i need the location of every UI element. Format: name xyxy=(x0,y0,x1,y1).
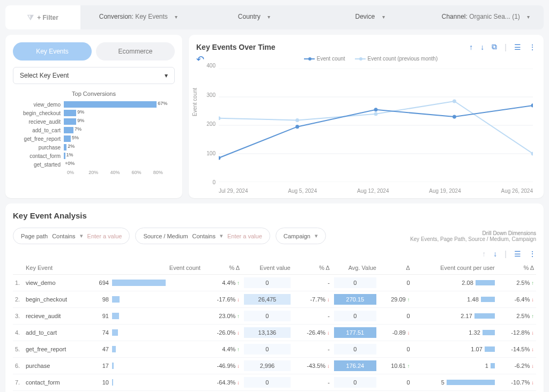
table-row[interactable]: 6.purchase17-46.9%2,996-43.5%176.2410.61… xyxy=(13,358,536,374)
col-header[interactable] xyxy=(13,261,24,275)
svg-point-14 xyxy=(531,103,533,107)
line-chart: Event count 0100200300400 Jul 29, 2024Au… xyxy=(196,65,536,194)
arrow-down-icon[interactable]: ↓ xyxy=(493,250,497,258)
col-header[interactable]: % Δ xyxy=(203,261,242,275)
more-icon[interactable]: ⋮ xyxy=(529,43,536,51)
top-conversions-chart: view_demo67%begin_checkout9%recieve_audi… xyxy=(13,101,175,168)
tab-ecommerce[interactable]: Ecommerce xyxy=(96,42,175,61)
svg-point-5 xyxy=(219,116,220,120)
key-event-analysis-card: Key Event Analysis Page path Contains▾ E… xyxy=(5,203,544,392)
bar-row: add_to_cart7% xyxy=(13,127,175,133)
filter-icon[interactable]: ☰ xyxy=(514,250,521,258)
analysis-filters: Page path Contains▾ Enter a value Source… xyxy=(13,228,536,244)
filter-bar: ⧩ + Filter Conversion: Key Events Countr… xyxy=(5,5,544,29)
svg-point-6 xyxy=(295,118,299,122)
col-header[interactable]: Event count xyxy=(90,261,203,275)
table-row[interactable]: 1.view_demo6944.4%0-002.082.5% xyxy=(13,275,536,291)
bar-row: contact_form1% xyxy=(13,153,175,159)
table-row[interactable]: 3.recieve_audit9123.0%0-002.172.5% xyxy=(13,308,536,325)
arrow-up-icon[interactable]: ↑ xyxy=(469,43,473,51)
select-key-event[interactable]: Select Key Event ▾ xyxy=(13,67,175,84)
table-row[interactable]: 4.add_to_cart74-26.0%13,136-26.4%177.51-… xyxy=(13,325,536,341)
filter-campaign[interactable]: Campaign▾ xyxy=(276,228,326,244)
funnel-icon: ⧩ xyxy=(27,13,34,22)
bar-row: view_demo67% xyxy=(13,101,175,108)
col-header[interactable]: Key Event xyxy=(24,261,90,275)
svg-point-11 xyxy=(295,125,299,129)
filter-source-medium[interactable]: Source / Medium Contains▾ Enter a value xyxy=(135,228,270,244)
table-row[interactable]: 7.contact_form10-64.3%0-005-10.7% xyxy=(13,374,536,391)
filter-page-path[interactable]: Page path Contains▾ Enter a value xyxy=(13,228,130,244)
col-header[interactable]: % Δ xyxy=(497,261,536,275)
legend: Event count Event count (previous month) xyxy=(205,56,536,62)
svg-point-10 xyxy=(219,156,220,160)
top-conversions-title: Top Conversions xyxy=(13,91,175,97)
col-header[interactable]: % Δ xyxy=(293,261,332,275)
bar-x-axis: 0% 20% 40% 60% 80% xyxy=(67,170,175,175)
bar-row: get_started+0% xyxy=(13,161,175,168)
table-row[interactable]: 2.begin_checkout98-17.6%26,475-7.7%270.1… xyxy=(13,291,536,308)
filter-device[interactable]: Device xyxy=(312,5,428,29)
svg-point-12 xyxy=(374,108,378,111)
undo-icon[interactable]: ↶ xyxy=(196,54,204,65)
events-over-time-card: Key Events Over Time ↑ ↓ ⧉ | ☰ ⋮ ↶ Event… xyxy=(189,35,544,198)
col-header[interactable]: Avg. Value xyxy=(332,261,379,275)
col-header[interactable]: Δ xyxy=(379,261,412,275)
arrow-down-icon[interactable]: ↓ xyxy=(480,43,484,51)
col-header[interactable]: Event value xyxy=(242,261,293,275)
svg-point-8 xyxy=(452,99,456,103)
arrow-up-icon[interactable]: ↑ xyxy=(482,250,486,258)
filter-channel[interactable]: Channel: Organic Sea... (1) xyxy=(428,5,544,29)
bar-row: begin_checkout9% xyxy=(13,110,175,116)
col-header[interactable]: Event count per user xyxy=(412,261,497,275)
svg-point-7 xyxy=(374,112,378,116)
chevron-down-icon: ▾ xyxy=(165,72,168,79)
table-tools: ↑ ↓ | ☰ ⋮ xyxy=(13,250,536,258)
analysis-table: Key EventEvent count% ΔEvent value% ΔAvg… xyxy=(13,261,536,392)
filter-conversion[interactable]: Conversion: Key Events xyxy=(80,5,196,29)
drilldown-info: Drill Down Dimensions Key Events, Page P… xyxy=(410,230,536,242)
analysis-title: Key Event Analysis xyxy=(13,211,536,220)
bar-row: recieve_audit9% xyxy=(13,118,175,125)
bar-row: get_free_report5% xyxy=(13,135,175,142)
more-icon[interactable]: ⋮ xyxy=(529,250,536,258)
add-filter-label: + Filter xyxy=(37,14,58,21)
filter-country[interactable]: Country xyxy=(196,5,312,29)
add-filter-button[interactable]: ⧩ + Filter xyxy=(5,5,80,29)
export-chart-icon[interactable]: ⧉ xyxy=(492,42,497,51)
tab-key-events[interactable]: Key Events xyxy=(13,42,92,61)
filter-icon[interactable]: ☰ xyxy=(514,43,521,51)
line-chart-title: Key Events Over Time xyxy=(196,43,276,51)
table-row[interactable]: 5.get_free_report474.4%0-001.07-14.5% xyxy=(13,341,536,358)
bar-row: purchase2% xyxy=(13,144,175,150)
chart-tools: ↑ ↓ ⧉ | ☰ ⋮ xyxy=(469,42,536,51)
svg-point-13 xyxy=(452,115,456,119)
top-conversions-card: Key Events Ecommerce Select Key Event ▾ … xyxy=(5,35,182,198)
